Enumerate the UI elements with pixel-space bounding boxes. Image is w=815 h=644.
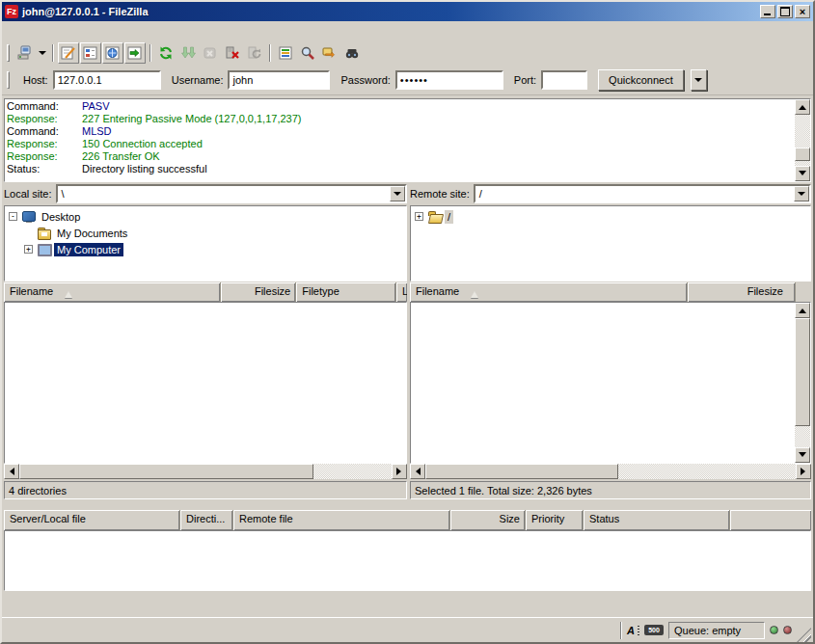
toggle-transfer-queue-button[interactable] bbox=[124, 42, 146, 64]
activity-led-red-icon bbox=[783, 626, 792, 634]
scroll-down-button[interactable] bbox=[795, 447, 810, 463]
menu-item[interactable] bbox=[98, 29, 114, 33]
log-line: Response: 150 Connection accepted bbox=[7, 138, 793, 150]
remote-column-filename[interactable]: Filename bbox=[410, 282, 688, 302]
synchronized-browsing-button[interactable] bbox=[319, 42, 340, 64]
local-directory-tree[interactable]: - Desktop My Documents + My Computer bbox=[4, 205, 407, 282]
local-status-bar: 4 directories bbox=[4, 481, 407, 499]
queue-column-remote-file[interactable]: Remote file bbox=[233, 510, 450, 530]
remote-status-bar: Selected 1 file. Total size: 2,326 bytes bbox=[410, 481, 811, 499]
remote-directory-tree[interactable]: + / bbox=[410, 205, 811, 282]
password-input[interactable] bbox=[395, 70, 503, 90]
remote-site-dropdown-button[interactable] bbox=[794, 186, 809, 201]
quickbar-grip[interactable] bbox=[7, 71, 10, 89]
toolbar bbox=[2, 40, 813, 66]
remote-file-list[interactable] bbox=[410, 302, 811, 464]
close-button[interactable]: × bbox=[795, 5, 810, 18]
quickconnect-dropdown-button[interactable] bbox=[691, 69, 707, 91]
local-horizontal-scrollbar[interactable] bbox=[4, 464, 407, 479]
reconnect-button[interactable] bbox=[244, 42, 265, 64]
local-site-value: \ bbox=[62, 188, 390, 200]
local-site-bar: Local site: \ bbox=[4, 183, 407, 204]
resize-grip[interactable] bbox=[797, 628, 811, 642]
log-line: Status: Directory listing successful bbox=[7, 163, 793, 175]
scroll-up-button[interactable] bbox=[795, 303, 810, 318]
maximize-button[interactable] bbox=[777, 5, 793, 18]
scroll-right-button[interactable] bbox=[796, 464, 811, 479]
menu-item[interactable] bbox=[37, 29, 52, 33]
transfer-type-icon[interactable]: A bbox=[627, 625, 639, 636]
toolbar-separator bbox=[149, 44, 151, 62]
log-line: Response: 227 Entering Passive Mode (127… bbox=[7, 113, 793, 125]
disconnect-button[interactable] bbox=[222, 42, 243, 64]
remote-site-value: / bbox=[479, 188, 794, 200]
local-column-filename[interactable]: Filename bbox=[4, 282, 221, 302]
site-manager-button[interactable] bbox=[14, 42, 35, 64]
queue-column-status[interactable]: Status bbox=[584, 510, 730, 530]
quickconnect-button[interactable]: Quickconnect bbox=[598, 69, 684, 91]
local-column-filesize[interactable]: Filesize bbox=[221, 282, 296, 302]
queue-column-size[interactable]: Size bbox=[450, 510, 526, 530]
log-vertical-scrollbar[interactable] bbox=[795, 99, 810, 181]
log-line: Command: MLSD bbox=[7, 125, 793, 138]
local-column-filetype[interactable]: Filetype bbox=[296, 282, 396, 302]
local-status-text: 4 directories bbox=[9, 485, 67, 496]
toggle-remote-tree-button[interactable] bbox=[102, 42, 123, 64]
menu-item[interactable] bbox=[83, 29, 98, 33]
status-bar: A 500 Queue: empty bbox=[2, 617, 813, 642]
remote-horizontal-scrollbar[interactable] bbox=[410, 464, 811, 479]
process-queue-button[interactable] bbox=[177, 42, 199, 64]
scroll-left-button[interactable] bbox=[410, 464, 425, 479]
toolbar-separator bbox=[269, 44, 271, 62]
site-manager-dropdown-button[interactable] bbox=[36, 42, 48, 64]
queue-column-direction[interactable]: Directi... bbox=[180, 510, 233, 530]
remote-site-combo[interactable]: / bbox=[474, 184, 811, 203]
host-label: Host: bbox=[23, 74, 48, 86]
directory-listing-filters-button[interactable] bbox=[275, 42, 296, 64]
tree-item-icon bbox=[427, 210, 443, 224]
local-file-list[interactable] bbox=[4, 302, 407, 464]
scroll-left-button[interactable] bbox=[4, 464, 19, 479]
port-input[interactable] bbox=[541, 70, 587, 90]
sort-ascending-icon bbox=[65, 287, 72, 298]
menu-item[interactable] bbox=[6, 29, 21, 33]
tree-item[interactable]: - Desktop bbox=[5, 208, 406, 225]
directory-comparison-button[interactable] bbox=[297, 42, 318, 64]
refresh-button[interactable] bbox=[155, 42, 177, 64]
speed-limits-icon[interactable]: 500 bbox=[644, 625, 664, 635]
toggle-message-log-button[interactable] bbox=[58, 42, 79, 64]
remote-vertical-scrollbar[interactable] bbox=[795, 303, 810, 463]
cancel-button[interactable] bbox=[200, 42, 221, 64]
menu-item[interactable] bbox=[68, 29, 83, 33]
local-column-lastmodified[interactable]: L bbox=[396, 282, 407, 302]
tree-item[interactable]: + My Computer bbox=[5, 241, 406, 257]
quickconnect-bar: Host: Username: Password: Port: Quickcon… bbox=[2, 66, 813, 95]
local-site-combo[interactable]: \ bbox=[56, 184, 407, 203]
menu-item[interactable] bbox=[52, 29, 68, 33]
remote-column-filesize[interactable]: Filesize bbox=[688, 282, 796, 302]
transfer-queue-list[interactable] bbox=[4, 530, 811, 591]
activity-led-green-icon bbox=[770, 626, 778, 634]
scroll-down-button[interactable] bbox=[795, 166, 810, 181]
local-site-dropdown-button[interactable] bbox=[390, 186, 405, 201]
tree-item[interactable]: My Documents bbox=[5, 225, 406, 241]
queue-column-priority[interactable]: Priority bbox=[526, 510, 584, 530]
scroll-up-button[interactable] bbox=[795, 99, 810, 115]
host-input[interactable] bbox=[53, 70, 161, 90]
minimize-button[interactable] bbox=[760, 5, 775, 18]
tree-expander[interactable]: + bbox=[415, 212, 423, 221]
title-bar[interactable]: Fz john@127.0.0.1 - FileZilla × bbox=[2, 2, 813, 21]
username-input[interactable] bbox=[228, 70, 330, 90]
statusbar-separator bbox=[620, 622, 622, 639]
tree-expander[interactable]: - bbox=[9, 212, 17, 221]
tree-item[interactable]: + / bbox=[411, 208, 810, 225]
queue-column-server-local-file[interactable]: Server/Local file bbox=[4, 510, 180, 530]
toggle-local-tree-button[interactable] bbox=[80, 42, 101, 64]
message-log[interactable]: Command: PASV Response: 227 Entering Pas… bbox=[4, 98, 811, 182]
scroll-right-button[interactable] bbox=[392, 464, 407, 479]
remote-site-label: Remote site: bbox=[410, 188, 470, 200]
find-files-button[interactable] bbox=[341, 42, 363, 64]
menu-item[interactable] bbox=[21, 29, 37, 33]
tree-expander[interactable]: + bbox=[24, 245, 33, 254]
toolbar-grip[interactable] bbox=[7, 44, 10, 62]
